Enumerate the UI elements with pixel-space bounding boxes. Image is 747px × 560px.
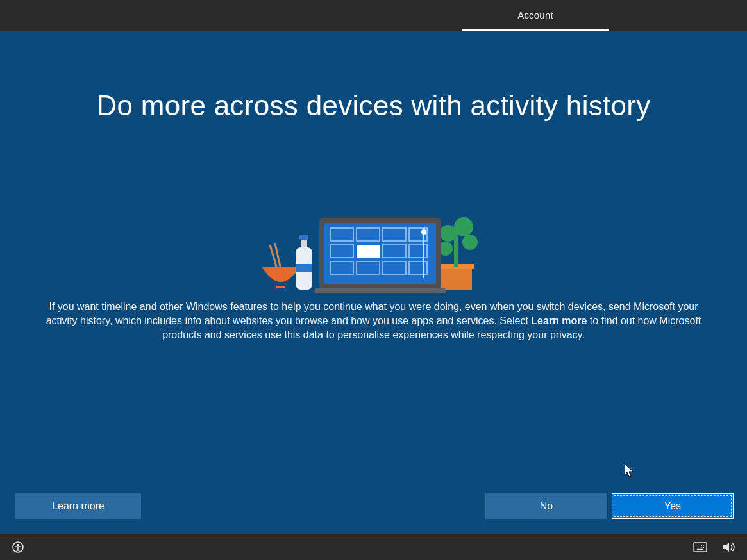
svg-marker-1: [440, 267, 472, 290]
tab-account[interactable]: Account: [462, 0, 609, 31]
tab-account-label: Account: [517, 10, 553, 21]
svg-rect-12: [296, 264, 312, 272]
svg-rect-14: [299, 235, 308, 240]
no-label: No: [540, 500, 553, 512]
volume-icon[interactable]: [723, 541, 735, 553]
ease-of-access-icon[interactable]: [12, 541, 24, 554]
svg-point-31: [421, 229, 426, 235]
no-button[interactable]: No: [485, 493, 607, 519]
svg-point-5: [454, 217, 473, 236]
learn-more-label: Learn more: [52, 500, 105, 512]
keyboard-icon[interactable]: [693, 542, 707, 552]
svg-rect-17: [315, 288, 446, 293]
mouse-cursor-icon: [625, 464, 636, 482]
svg-marker-47: [723, 543, 729, 552]
setup-step-tabs: Account: [0, 0, 747, 31]
page-title: Do more across devices with activity his…: [34, 90, 714, 122]
activity-history-illustration: [258, 202, 489, 305]
svg-point-6: [462, 235, 478, 250]
tab-track: Account: [0, 0, 747, 31]
description-text: If you want timeline and other Windows f…: [34, 300, 714, 342]
svg-point-34: [17, 544, 19, 546]
description-bold: Learn more: [531, 315, 587, 326]
yes-button[interactable]: Yes: [612, 493, 734, 519]
svg-rect-29: [357, 245, 380, 258]
svg-marker-32: [625, 464, 633, 477]
content-area: Do more across devices with activity his…: [0, 31, 747, 534]
svg-rect-13: [301, 238, 307, 247]
system-tray-bar: [0, 534, 747, 560]
learn-more-button[interactable]: Learn more: [15, 493, 141, 519]
svg-rect-10: [276, 286, 285, 288]
yes-label: Yes: [664, 500, 681, 512]
